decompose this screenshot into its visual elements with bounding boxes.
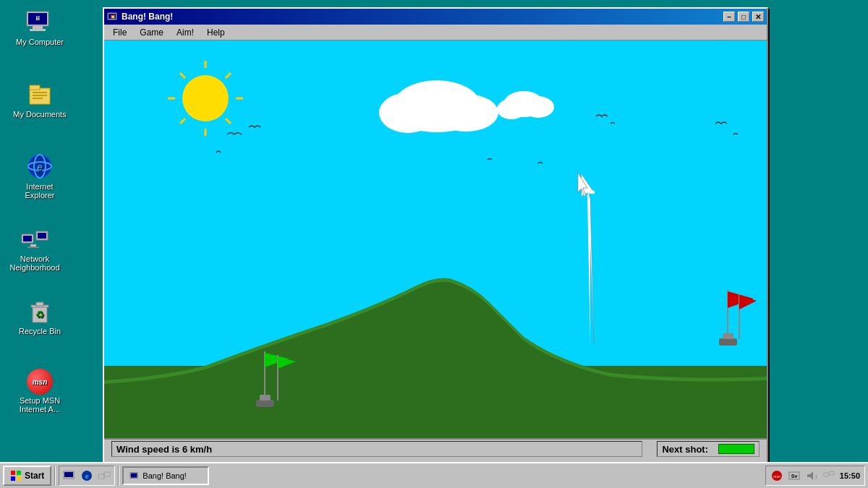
my-documents-icon	[25, 80, 54, 108]
svg-rect-81	[830, 471, 834, 475]
taskbar-divider-2	[118, 466, 119, 486]
quick-launch-network-icon[interactable]	[97, 468, 111, 483]
next-shot-display: Next shot:	[657, 441, 760, 457]
svg-rect-58	[719, 338, 737, 346]
svg-rect-65	[17, 476, 21, 481]
svg-rect-2	[33, 26, 43, 29]
main-window: 💥 Bang! Bang! – □ ✕ File Game Aim! Help	[103, 7, 768, 470]
recycle-bin-icon: ♻	[25, 296, 54, 325]
svg-rect-8	[33, 95, 47, 96]
desktop-icon-recycle-bin[interactable]: ♻ Recycle Bin	[11, 296, 69, 335]
svg-rect-9	[33, 98, 43, 99]
desktop-icon-internet-explorer[interactable]: e Internet Explorer	[11, 152, 69, 200]
window-menubar: File Game Aim! Help	[104, 25, 767, 40]
game-statusbar: Wind speed is 6 km/h Next shot:	[104, 438, 767, 458]
svg-text:🖥: 🖥	[35, 15, 41, 22]
svg-rect-67	[64, 472, 73, 477]
msn-label-line2: Internet A...	[11, 405, 69, 414]
svg-rect-3	[30, 29, 46, 31]
svg-point-44	[522, 96, 554, 118]
menu-game[interactable]: Game	[134, 25, 169, 40]
svg-rect-19	[27, 247, 39, 248]
svg-rect-80	[824, 473, 828, 476]
next-shot-bar	[718, 444, 754, 454]
tray-network-icon	[822, 469, 835, 482]
network-neighborhood-label-line1: Network	[6, 254, 64, 263]
recycle-bin-label: Recycle Bin	[19, 327, 61, 335]
system-tray: msn Sv ) 15:50	[765, 466, 865, 486]
windows-logo-icon	[10, 470, 22, 481]
taskbar-app-bangbang[interactable]: Bang! Bang!	[122, 466, 209, 485]
minimize-button[interactable]: –	[723, 12, 735, 22]
tray-msn-icon: msn	[770, 469, 783, 482]
desktop: 🖥 My Computer My Documents e Internet Ex…	[0, 0, 868, 462]
internet-explorer-label-line1: Internet	[11, 182, 69, 191]
svg-text:e: e	[37, 161, 43, 173]
my-computer-icon: 🖥	[25, 7, 54, 36]
desktop-icon-my-documents[interactable]: My Documents	[11, 80, 69, 119]
next-shot-label: Next shot:	[662, 444, 708, 455]
game-canvas	[104, 40, 767, 438]
svg-rect-22	[36, 302, 43, 306]
maximize-button[interactable]: □	[738, 12, 749, 22]
svg-point-42	[427, 82, 468, 114]
taskbar-quick-launch: e	[59, 466, 115, 486]
system-clock[interactable]: 15:50	[840, 471, 860, 480]
menu-help[interactable]: Help	[201, 25, 231, 40]
tray-volume-icon: )	[805, 469, 818, 482]
svg-rect-59	[723, 333, 733, 339]
my-documents-label: My Documents	[13, 110, 66, 119]
svg-rect-71	[104, 472, 110, 476]
svg-rect-6	[30, 85, 40, 90]
svg-rect-7	[33, 92, 47, 93]
msn-icon: msn	[27, 369, 53, 395]
msn-label-line1: Setup MSN	[11, 396, 69, 405]
svg-rect-53	[260, 395, 271, 401]
svg-rect-70	[98, 474, 104, 479]
window-title: Bang! Bang!	[122, 12, 720, 22]
svg-text:Sv: Sv	[791, 474, 798, 479]
desktop-icon-my-computer[interactable]: 🖥 My Computer	[11, 7, 69, 46]
start-label: Start	[25, 471, 44, 481]
close-button[interactable]: ✕	[752, 12, 764, 22]
svg-rect-18	[30, 244, 36, 247]
svg-text:): )	[815, 473, 817, 479]
svg-rect-52	[256, 400, 274, 407]
taskbar-app-label: Bang! Bang!	[142, 471, 187, 480]
window-titlebar: 💥 Bang! Bang! – □ ✕	[104, 9, 767, 25]
taskbar-divider-1	[54, 466, 56, 486]
svg-rect-17	[38, 233, 46, 239]
network-neighborhood-icon	[20, 224, 49, 253]
svg-marker-78	[807, 471, 813, 480]
svg-rect-62	[11, 471, 15, 475]
svg-rect-15	[23, 236, 32, 241]
start-button[interactable]: Start	[3, 466, 51, 486]
internet-explorer-icon: e	[25, 152, 54, 181]
taskbar: Start e Bang! Bang! msn	[0, 462, 868, 488]
taskbar-app-icon	[129, 471, 140, 481]
svg-text:♻: ♻	[35, 309, 45, 320]
svg-text:msn: msn	[773, 474, 780, 479]
internet-explorer-label-line2: Explorer	[11, 191, 69, 200]
svg-rect-64	[11, 476, 15, 481]
svg-rect-63	[17, 471, 21, 475]
tray-language-icon: Sv	[788, 469, 801, 482]
wind-speed-display: Wind speed is 6 km/h	[111, 441, 642, 457]
network-neighborhood-label-line2: Neighborhood	[6, 263, 64, 272]
desktop-icon-network-neighborhood[interactable]: Network Neighborhood	[6, 224, 64, 272]
desktop-icon-msn[interactable]: msn Setup MSN Internet A...	[11, 369, 69, 414]
game-scene	[104, 40, 767, 438]
my-computer-label: My Computer	[16, 38, 64, 46]
quick-launch-ie-icon[interactable]: e	[80, 468, 94, 483]
menu-aim[interactable]: Aim!	[171, 25, 200, 40]
svg-point-28	[182, 75, 229, 121]
window-icon: 💥	[107, 11, 119, 22]
svg-point-45	[497, 99, 526, 119]
svg-text:💥: 💥	[110, 14, 116, 20]
svg-rect-73	[131, 474, 137, 478]
wind-speed-text: Wind speed is 6 km/h	[116, 444, 212, 455]
quick-launch-explorer-icon[interactable]	[62, 468, 77, 483]
svg-text:e: e	[85, 473, 89, 480]
menu-file[interactable]: File	[107, 25, 132, 40]
